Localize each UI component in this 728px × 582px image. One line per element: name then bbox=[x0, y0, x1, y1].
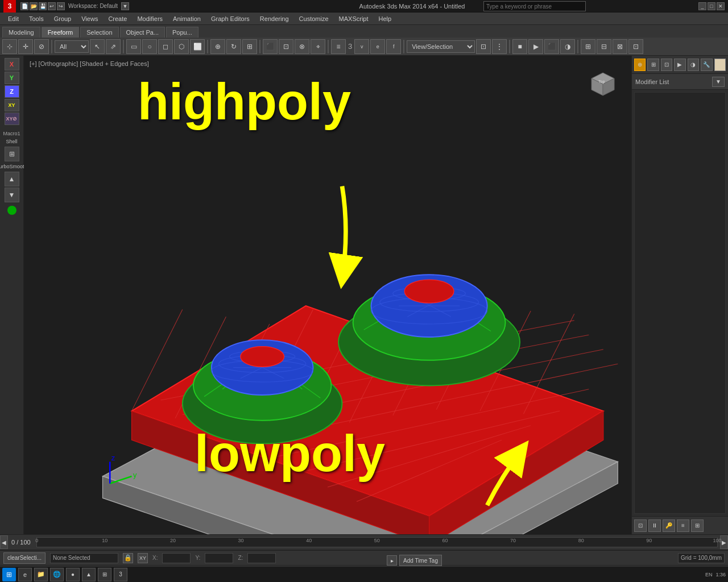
select-region-btn[interactable]: ⇗ bbox=[106, 39, 121, 54]
select-object-btn[interactable]: ↖ bbox=[90, 39, 105, 54]
timeline-back-btn[interactable]: ◀ bbox=[0, 535, 8, 549]
axis-xyz-btn[interactable]: XY⊘ bbox=[5, 113, 19, 125]
workspace-dropdown[interactable]: ▼ bbox=[121, 2, 129, 10]
y-value[interactable] bbox=[205, 553, 233, 563]
shell-btn[interactable]: ⊞ bbox=[5, 147, 19, 161]
render-region-btn[interactable]: ⬛ bbox=[544, 39, 559, 54]
menu-group[interactable]: Group bbox=[49, 14, 76, 23]
turbosmooth-down-btn[interactable]: ▼ bbox=[5, 188, 19, 202]
display-panel-btn[interactable]: ◑ bbox=[688, 59, 699, 71]
create-panel-btn[interactable]: ⊕ bbox=[634, 59, 646, 71]
menu-tools[interactable]: Tools bbox=[24, 14, 48, 23]
tab-modeling[interactable]: Modeling bbox=[2, 27, 40, 38]
menu-rendering[interactable]: Rendering bbox=[255, 14, 293, 23]
rp-key-btn[interactable]: 🔑 bbox=[663, 519, 675, 532]
render-btn[interactable]: ▶ bbox=[528, 39, 543, 54]
menu-create[interactable]: Create bbox=[104, 14, 131, 23]
redo-btn[interactable]: ↪ bbox=[57, 2, 65, 10]
taskbar-btn-5[interactable]: ▲ bbox=[82, 568, 96, 581]
search-input[interactable] bbox=[483, 1, 586, 11]
menu-animation[interactable]: Animation bbox=[168, 14, 205, 23]
axis-z-btn[interactable]: Z bbox=[5, 85, 19, 98]
menu-graph-editors[interactable]: Graph Editors bbox=[206, 14, 254, 23]
lasso-select-btn[interactable]: ⬡ bbox=[174, 39, 189, 54]
maximize-btn[interactable]: □ bbox=[708, 2, 715, 10]
transform-type-btn[interactable]: ⌖ bbox=[311, 39, 325, 54]
rp-play-btn[interactable]: ⊡ bbox=[634, 519, 647, 532]
minimize-btn[interactable]: _ bbox=[698, 2, 706, 10]
move-tool-btn[interactable]: ✛ bbox=[18, 39, 33, 54]
circle-select-btn[interactable]: ○ bbox=[142, 39, 157, 54]
menu-modifiers[interactable]: Modifiers bbox=[133, 14, 167, 23]
new-file-btn[interactable]: 📄 bbox=[20, 2, 28, 10]
max-logo[interactable]: 3 bbox=[3, 0, 16, 13]
tab-selection[interactable]: Selection bbox=[80, 27, 118, 38]
clear-selection-btn[interactable]: clearSelecti... bbox=[3, 552, 46, 564]
tab-freeform[interactable]: Freeform bbox=[42, 27, 80, 38]
axis-xy-btn[interactable]: XY bbox=[5, 99, 19, 111]
mirror-btn[interactable]: ⬛ bbox=[263, 39, 278, 54]
shell-label[interactable]: Shell bbox=[5, 138, 18, 146]
menu-views[interactable]: Views bbox=[77, 14, 102, 23]
object-color-swatch[interactable] bbox=[714, 59, 726, 71]
open-file-btn[interactable]: 📂 bbox=[30, 2, 38, 10]
rect-select-btn[interactable]: ▭ bbox=[126, 39, 141, 54]
nav-cube[interactable]: Top bbox=[586, 67, 620, 101]
taskbar-chrome-btn[interactable]: 🌐 bbox=[50, 568, 64, 581]
lock-icon[interactable]: 🔒 bbox=[123, 553, 133, 563]
face-snap-btn[interactable]: f bbox=[386, 39, 401, 54]
axis-y-btn[interactable]: Y bbox=[5, 72, 19, 84]
axis-x-btn[interactable]: X bbox=[5, 58, 19, 70]
transform-gizmo-btn[interactable]: ⊕ bbox=[210, 39, 225, 54]
align-btn[interactable]: ⊡ bbox=[279, 39, 293, 54]
scale-btn[interactable]: ⊞ bbox=[242, 39, 257, 54]
coord-system-dropdown[interactable]: View/Selection bbox=[407, 40, 475, 53]
modify-panel-btn[interactable]: ⊞ bbox=[647, 59, 659, 71]
paint-select-btn[interactable]: ⬜ bbox=[190, 39, 205, 54]
modifier-list-dropdown[interactable]: ▼ bbox=[712, 77, 725, 87]
layer-manager-btn[interactable]: ≡ bbox=[331, 39, 346, 54]
extra-btn-1[interactable]: ⊞ bbox=[581, 39, 595, 54]
taskbar-3dsmax-btn[interactable]: 3 bbox=[114, 568, 127, 581]
add-time-tag-btn[interactable]: Add Time Tag bbox=[399, 555, 442, 566]
menu-help[interactable]: Help bbox=[374, 14, 396, 23]
motion-panel-btn[interactable]: ▶ bbox=[674, 59, 685, 71]
fence-select-btn[interactable]: ◻ bbox=[158, 39, 173, 54]
extra-btn-4[interactable]: ⊡ bbox=[628, 39, 643, 54]
taskbar-btn-6[interactable]: ⊞ bbox=[98, 568, 111, 581]
add-time-tag-icon[interactable]: ▸ bbox=[387, 555, 397, 566]
rp-pause-btn[interactable]: ⏸ bbox=[648, 519, 661, 532]
xy-lock-icon[interactable]: XY bbox=[138, 553, 148, 563]
taskbar-ie-btn[interactable]: e bbox=[18, 568, 32, 581]
extra-btn-3[interactable]: ⊠ bbox=[613, 39, 627, 54]
transform-center-btn[interactable]: ⊡ bbox=[476, 39, 491, 54]
modifier-stack[interactable] bbox=[634, 92, 726, 514]
render-setup-btn[interactable]: ■ bbox=[512, 39, 527, 54]
rotate-btn[interactable]: ↻ bbox=[226, 39, 241, 54]
lasso-tool-btn[interactable]: ⊘ bbox=[34, 39, 49, 54]
select-tool-btn[interactable]: ⊹ bbox=[2, 39, 17, 54]
viewport[interactable]: [+] [Orthographic] [Shaded + Edged Faces… bbox=[24, 56, 631, 534]
menu-maxscript[interactable]: MAXScript bbox=[334, 14, 373, 23]
edge-snap-btn[interactable]: e bbox=[370, 39, 385, 54]
mirror-tool-btn[interactable]: ⋮ bbox=[492, 39, 507, 54]
rp-layer-btn[interactable]: ≡ bbox=[677, 519, 689, 532]
save-file-btn[interactable]: 💾 bbox=[39, 2, 47, 10]
taskbar-explorer-btn[interactable]: 📁 bbox=[34, 568, 48, 581]
start-btn[interactable]: ⊞ bbox=[2, 568, 16, 581]
tab-populate[interactable]: Popu... bbox=[166, 27, 198, 38]
extra-btn-2[interactable]: ⊟ bbox=[597, 39, 611, 54]
active-shade-btn[interactable]: ◑ bbox=[560, 39, 575, 54]
snap-btn[interactable]: ⊗ bbox=[295, 39, 309, 54]
tab-object-paint[interactable]: Object Pa... bbox=[120, 27, 165, 38]
menu-edit[interactable]: Edit bbox=[3, 14, 23, 23]
hierarchy-panel-btn[interactable]: ⊡ bbox=[661, 59, 672, 71]
rp-expand-btn[interactable]: ⊞ bbox=[691, 519, 704, 532]
taskbar-btn-4[interactable]: ● bbox=[66, 568, 80, 581]
utilities-panel-btn[interactable]: 🔧 bbox=[701, 59, 712, 71]
filter-dropdown[interactable]: All bbox=[55, 40, 89, 53]
close-btn[interactable]: ✕ bbox=[717, 2, 725, 10]
vert-snap-btn[interactable]: v bbox=[354, 39, 369, 54]
menu-customize[interactable]: Customize bbox=[295, 14, 333, 23]
undo-btn[interactable]: ↩ bbox=[48, 2, 56, 10]
